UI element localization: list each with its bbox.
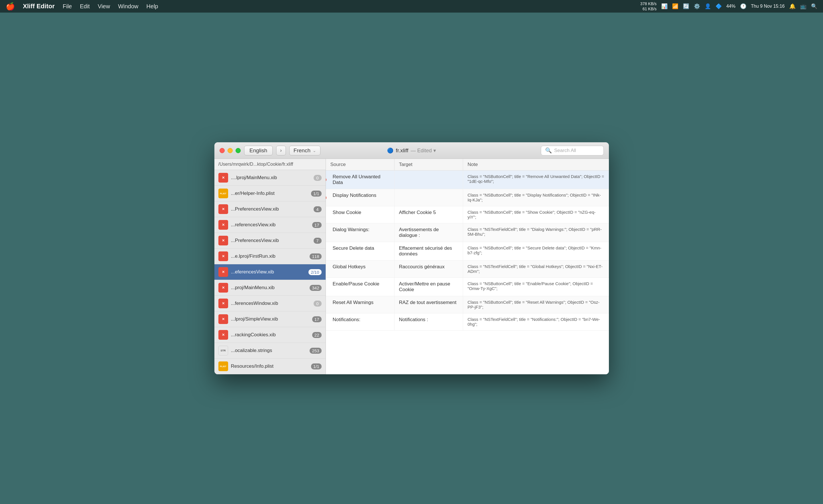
note-text: Class = "NSButtonCell"; title = "Secure …: [468, 245, 602, 255]
target-cell[interactable]: Afficher Cookie 5: [394, 206, 463, 223]
sidebar-item[interactable]: ✕ ...e.lproj/FirstRun.xib 118: [214, 249, 326, 264]
xliff-icon: ✕: [218, 299, 228, 308]
note-text: Class = "NSButtonCell"; title = "Reset A…: [468, 300, 600, 309]
target-text: Raccourcis généraux: [399, 264, 445, 269]
note-cell: Class = "NSButtonCell"; title = "Secure …: [463, 242, 609, 260]
source-text: Reset All Warnings: [333, 300, 374, 305]
sidebar-item[interactable]: ✕ ...ferencesWindow.xib 0: [214, 296, 326, 311]
sidebar-item[interactable]: ✕ ...PreferencesView.xib 7: [214, 233, 326, 249]
table-row[interactable]: Reset All Warnings RAZ de tout avertisse…: [326, 296, 609, 313]
apple-menu[interactable]: 🍎: [6, 2, 15, 11]
column-target: Target: [394, 159, 463, 170]
source-cell: Enable/Pause Cookie: [326, 278, 394, 296]
network-status: 378 KB/s61 KB/s: [640, 1, 657, 11]
menu-edit[interactable]: Edit: [80, 3, 90, 10]
sidebar-item-name: ...e.lproj/FirstRun.xib: [231, 253, 307, 259]
column-source: Source: [326, 159, 394, 170]
sidebar-item[interactable]: STR ...ocalizable.strings 253: [214, 343, 326, 358]
xliff-icon: ✕: [218, 204, 228, 214]
table-row[interactable]: Secure Delete data Effacement sécurisé d…: [326, 242, 609, 261]
menu-help[interactable]: Help: [146, 3, 158, 10]
maximize-button[interactable]: [235, 148, 241, 153]
source-text: Display Notifications: [333, 193, 376, 198]
target-cell[interactable]: [394, 171, 463, 189]
sidebar-item-name: ...lproj/SimpleView.xib: [231, 316, 309, 322]
target-cell[interactable]: Notifications :: [394, 313, 463, 330]
target-cell[interactable]: Raccourcis généraux: [394, 261, 463, 277]
note-cell: Class = "NSButtonCell"; title = "Remove …: [463, 171, 609, 189]
target-cell[interactable]: Effacement sécurisé des données: [394, 242, 463, 260]
target-cell[interactable]: RAZ de tout avertissement: [394, 296, 463, 313]
sidebar: /Users/mrqwirk/D...ktop/Cookie/fr.xliff …: [214, 159, 326, 374]
clock: Thu 9 Nov 15:16: [751, 4, 785, 9]
menu-window[interactable]: Window: [118, 3, 138, 10]
note-cell: Class = "NSButtonCell"; title = "Reset A…: [463, 296, 609, 313]
sidebar-item[interactable]: ✕ ....lproj/MainMenu.xib 0: [214, 170, 326, 186]
time-machine-icon: 🕐: [740, 3, 747, 9]
sidebar-item[interactable]: ✕ ...proj/MainMenu.xib 342: [214, 280, 326, 296]
source-cell: Show Cookie: [326, 206, 394, 223]
note-text: Class = "NSTextFieldCell"; title = "Dial…: [468, 227, 602, 237]
target-cell[interactable]: Avertissements de dialogue :: [394, 223, 463, 242]
xliff-icon: ✕: [218, 251, 228, 261]
sidebar-item[interactable]: ✕ ...referencesView.xib 17: [214, 217, 326, 233]
target-text: Activer/Mettre en pause Cookie: [399, 281, 451, 292]
cpu-icon: 📊: [661, 3, 667, 9]
sidebar-item-name: ...er/Helper-Info.plist: [231, 191, 308, 196]
target-lang-label: French: [294, 148, 310, 154]
search-box[interactable]: 🔍 Search All: [541, 146, 604, 156]
sidebar-item-name: ...ferencesWindow.xib: [231, 301, 311, 306]
wifi-icon: 📶: [672, 3, 678, 9]
column-note: Note: [463, 159, 609, 170]
main-window: English › French ⌄ 🔵 fr.xliff — Edited ▾…: [214, 142, 609, 374]
menu-view[interactable]: View: [98, 3, 110, 10]
main-content: /Users/mrqwirk/D...ktop/Cookie/fr.xliff …: [214, 159, 609, 374]
menu-file[interactable]: File: [62, 3, 72, 10]
sidebar-item[interactable]: ✕ ...lproj/SimpleView.xib 17: [214, 311, 326, 327]
source-cell: Dialog Warnings:: [326, 223, 394, 242]
file-path: /Users/mrqwirk/D...ktop/Cookie/fr.xliff: [214, 159, 326, 170]
sidebar-item[interactable]: ✕ ...PreferencesView.xib 4: [214, 201, 326, 217]
swap-languages-button[interactable]: ›: [276, 146, 286, 156]
target-cell[interactable]: Activer/Mettre en pause Cookie: [394, 278, 463, 296]
source-text: Show Cookie: [333, 210, 361, 215]
sidebar-item-name: ....lproj/MainMenu.xib: [231, 175, 311, 181]
table-row[interactable]: Remove All Unwanted Data Class = "NSButt…: [326, 171, 609, 189]
table-row[interactable]: Global Hotkeys Raccourcis généraux Class…: [326, 261, 609, 278]
minimize-button[interactable]: [227, 148, 233, 153]
sidebar-item-badge: 0: [314, 175, 322, 181]
source-cell: Secure Delete data: [326, 242, 394, 260]
sidebar-file-list: ✕ ....lproj/MainMenu.xib 0 PLIST ...er/H…: [214, 170, 326, 374]
airplay-icon: 📺: [800, 3, 806, 9]
table-row[interactable]: Dialog Warnings: Avertissements de dialo…: [326, 223, 609, 242]
sidebar-item[interactable]: ✕ ...eferencesView.xib 2/10: [214, 264, 326, 280]
gear-icon[interactable]: ⚙️: [694, 3, 700, 9]
file-type-icon: 🔵: [387, 148, 393, 154]
window-title: 🔵 fr.xliff — Edited ▾: [387, 148, 436, 154]
table-row[interactable]: Enable/Pause Cookie Activer/Mettre en pa…: [326, 278, 609, 296]
close-button[interactable]: [219, 148, 225, 153]
search-icon: 🔍: [545, 147, 552, 154]
sidebar-item[interactable]: PLIST ...er/Helper-Info.plist 1/1: [214, 186, 326, 201]
notification-icon[interactable]: 🔔: [789, 3, 796, 9]
target-language-select[interactable]: French ⌄: [289, 146, 320, 156]
sidebar-item[interactable]: ✕ ...rackingCookies.xib 22: [214, 327, 326, 343]
bluetooth-icon: 🔷: [715, 3, 722, 9]
table-row[interactable]: Display Notifications Class = "NSButtonC…: [326, 189, 609, 206]
xliff-icon: ✕: [218, 314, 228, 324]
sidebar-item-badge: 22: [312, 332, 322, 338]
source-language-button[interactable]: English: [244, 146, 273, 156]
untranslated-dot: [326, 178, 326, 182]
note-text: Class = "NSButtonCell"; title = "Remove …: [468, 174, 604, 184]
battery-label: 44%: [726, 4, 735, 9]
search-menubar-icon[interactable]: 🔍: [811, 3, 817, 9]
table-row[interactable]: Show Cookie Afficher Cookie 5 Class = "N…: [326, 206, 609, 223]
sidebar-item[interactable]: PLIST Resources/Info.plist 1/1: [214, 358, 326, 374]
source-text: Global Hotkeys: [333, 264, 366, 269]
translation-table: Remove All Unwanted Data Class = "NSButt…: [326, 171, 609, 374]
table-row[interactable]: Notifications: Notifications : Class = "…: [326, 313, 609, 330]
edited-badge: — Edited ▾: [410, 148, 436, 154]
file-name: fr.xliff: [396, 148, 408, 154]
sidebar-item-badge: 1/1: [311, 363, 322, 369]
target-cell[interactable]: [394, 189, 463, 206]
